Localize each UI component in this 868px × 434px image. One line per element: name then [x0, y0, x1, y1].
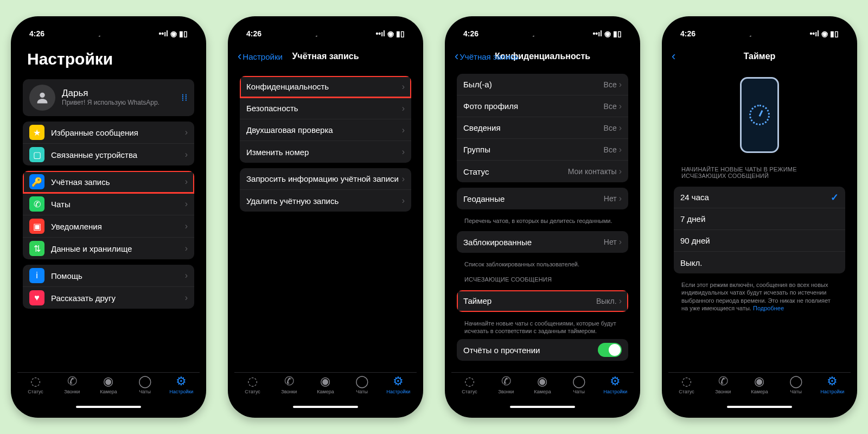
notch [719, 23, 800, 36]
phone-mockup-4: 4:26 ➤ ••ıl◉▮▯ ‹ Таймер НАЧИНАЙТЕ НОВЫЕ … [662, 16, 857, 418]
tab-chats[interactable]: ◯Чаты [344, 375, 380, 394]
row-starred[interactable]: ★ Избранные сообщения › [23, 122, 194, 144]
tab-chats[interactable]: ◯Чаты [778, 375, 814, 394]
storage-icon: ⇅ [29, 241, 44, 256]
tab-status[interactable]: ◌Статус [668, 375, 705, 394]
row-notifications[interactable]: ▣ Уведомления › [23, 215, 194, 238]
row-value: Все [604, 145, 617, 154]
tab-status[interactable]: ◌Статус [17, 375, 54, 394]
row-label: Сведения [463, 123, 604, 132]
chevron-right-icon: › [185, 199, 188, 209]
row-help[interactable]: i Помощь › [23, 265, 194, 287]
home-indicator[interactable] [510, 406, 575, 408]
calls-icon: ✆ [67, 375, 77, 388]
tab-calls[interactable]: ✆Звонки [705, 375, 741, 394]
row-photo[interactable]: Фото профиляВсе› [457, 95, 628, 117]
chevron-right-icon: › [185, 244, 188, 253]
row-request-info[interactable]: Запросить информацию учётной записи › [240, 168, 411, 190]
check-icon: ✓ [831, 192, 839, 203]
option-24h[interactable]: 24 часа✓ [674, 187, 845, 208]
row-privacy[interactable]: Конфиденциальность › [240, 76, 411, 98]
home-indicator[interactable] [727, 406, 792, 408]
home-indicator[interactable] [293, 406, 358, 408]
back-button[interactable]: ‹Настройки [238, 49, 283, 63]
back-button[interactable]: ‹ [672, 49, 676, 63]
row-label: Был(-а) [463, 80, 604, 89]
tab-camera[interactable]: ◉Камера [90, 375, 126, 394]
row-timer[interactable]: ТаймерВыкл.› [457, 290, 628, 312]
row-security[interactable]: Безопасность › [240, 98, 411, 119]
row-twostep[interactable]: Двухшаговая проверка › [240, 119, 411, 141]
star-icon: ★ [29, 125, 44, 140]
learn-more-link[interactable]: Подробнее [753, 305, 784, 311]
chevron-right-icon: › [619, 167, 622, 176]
info-icon: i [29, 268, 44, 283]
phone-mockup-2: 4:26 ➤ ••ıl◉▮▯ ‹Настройки Учётная запись… [228, 16, 423, 418]
row-storage[interactable]: ⇅ Данные и хранилище › [23, 238, 194, 259]
tab-calls[interactable]: ✆Звонки [488, 375, 524, 394]
option-90d[interactable]: 90 дней [674, 230, 845, 252]
option-off[interactable]: Выкл. [674, 252, 845, 273]
tab-chats[interactable]: ◯Чаты [127, 375, 163, 394]
back-button[interactable]: ‹Учётная запись [455, 49, 519, 63]
notch [285, 23, 366, 36]
tab-status[interactable]: ◌Статус [234, 375, 271, 394]
tab-settings[interactable]: ⚙Настройки [597, 375, 634, 394]
row-label: Избранные сообщения [51, 128, 185, 137]
calls-icon: ✆ [501, 375, 511, 388]
tab-settings[interactable]: ⚙Настройки [380, 375, 417, 394]
tab-status[interactable]: ◌Статус [451, 375, 488, 394]
chevron-right-icon: › [185, 127, 188, 137]
tab-camera[interactable]: ◉Камера [741, 375, 777, 394]
chevron-right-icon: › [185, 177, 188, 187]
status-icon: ◌ [30, 375, 41, 388]
chevron-right-icon: › [402, 104, 405, 113]
nav-bar: ‹ Таймер [668, 44, 851, 68]
tab-calls[interactable]: ✆Звонки [54, 375, 90, 394]
tab-calls[interactable]: ✆Звонки [271, 375, 307, 394]
tab-camera[interactable]: ◉Камера [307, 375, 343, 394]
qr-icon[interactable]: ⁞⁞ [181, 92, 188, 104]
row-label: Изменить номер [246, 148, 402, 157]
row-chats[interactable]: ✆ Чаты › [23, 193, 194, 215]
row-change-number[interactable]: Изменить номер › [240, 141, 411, 163]
row-lastseen[interactable]: Был(-а)Все› [457, 74, 628, 95]
home-indicator[interactable] [76, 406, 141, 408]
row-account[interactable]: 🔑 Учётная запись › [23, 171, 194, 193]
gear-icon: ⚙ [827, 375, 838, 388]
row-groups[interactable]: ГруппыВсе› [457, 139, 628, 161]
row-blocked[interactable]: ЗаблокированныеНет› [457, 231, 628, 253]
heart-icon: ♥ [29, 290, 44, 305]
section-footer: Список заблокированных пользователей. [457, 258, 628, 269]
tab-settings[interactable]: ⚙Настройки [163, 375, 200, 394]
battery-icon: ▮▯ [179, 29, 188, 38]
chevron-right-icon: › [619, 296, 622, 306]
profile-row[interactable]: Дарья Привет! Я использую WhatsApp. ⁞⁞ [23, 79, 194, 116]
toggle-on[interactable] [598, 343, 622, 357]
row-delete-account[interactable]: Удалить учётную запись › [240, 190, 411, 212]
chevron-left-icon: ‹ [455, 49, 458, 63]
row-geo[interactable]: ГеоданныеНет› [457, 188, 628, 209]
tab-chats[interactable]: ◯Чаты [561, 375, 597, 394]
row-label: Двухшаговая проверка [246, 125, 402, 135]
row-label: Удалить учётную запись [246, 196, 402, 206]
row-value: Нет [604, 194, 617, 203]
battery-icon: ▮▯ [613, 29, 622, 38]
wifi-icon: ◉ [821, 29, 828, 38]
chevron-right-icon: › [619, 123, 622, 133]
tab-camera[interactable]: ◉Камера [524, 375, 560, 394]
section-footer: Перечень чатов, в которых вы делитесь ге… [457, 215, 628, 226]
row-tell[interactable]: ♥ Рассказать другу › [23, 287, 194, 309]
row-linked[interactable]: ▢ Связанные устройства › [23, 144, 194, 165]
option-7d[interactable]: 7 дней [674, 208, 845, 230]
row-about[interactable]: СведенияВсе› [457, 117, 628, 139]
camera-icon: ◉ [537, 375, 547, 388]
row-status[interactable]: СтатусМои контакты› [457, 161, 628, 182]
key-icon: 🔑 [29, 174, 44, 189]
devices-icon: ▢ [29, 147, 44, 162]
chevron-right-icon: › [619, 80, 622, 90]
chats-icon: ◯ [789, 375, 803, 388]
row-read-receipts[interactable]: Отчёты о прочтении [457, 339, 628, 361]
gear-icon: ⚙ [176, 375, 187, 388]
tab-settings[interactable]: ⚙Настройки [814, 375, 851, 394]
